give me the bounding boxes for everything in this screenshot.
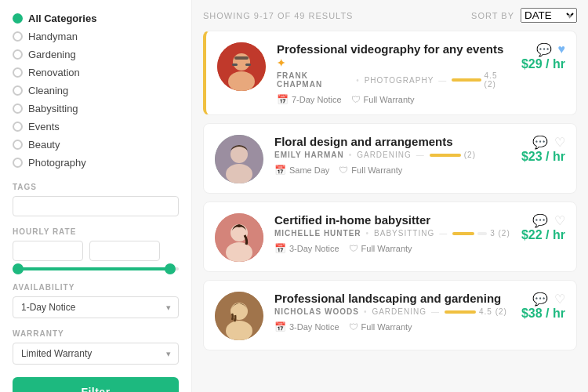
svg-point-2 [228, 71, 255, 91]
sidebar-item-photography[interactable]: Photography [13, 154, 179, 172]
radio-dot-renovation [13, 67, 23, 78]
card-title-emily: Floral design and arrangements [274, 135, 510, 148]
heart-icon-emily[interactable]: ♡ [554, 135, 565, 150]
heart-icon-michelle[interactable]: ♡ [554, 213, 565, 228]
range-fill [13, 267, 170, 270]
filter-button[interactable]: Filter [13, 377, 179, 392]
card-category-frank: PHOTOGRAPHY [365, 76, 434, 85]
avatar-frank-svg [217, 42, 266, 91]
radio-dot-handyman [13, 31, 23, 42]
svg-point-11 [226, 242, 252, 262]
category-label-cleaning: Cleaning [28, 85, 68, 96]
range-thumb-right[interactable] [165, 263, 176, 274]
card-tags-nicholas: 📅 3-Day Notice 🛡 Full Warranty [274, 321, 510, 332]
sidebar-item-beauty[interactable]: Beauty [13, 136, 179, 154]
card-name-emily: EMILY HARMAN [274, 151, 344, 159]
tags-label: TAGS [13, 183, 179, 191]
sidebar-bottom: Filter [13, 377, 179, 392]
card-name-nicholas: NICHOLAS WOODS [274, 307, 359, 316]
category-label-babysitting: Babysitting [28, 103, 78, 114]
shield-icon-michelle: 🛡 [349, 243, 358, 254]
radio-dot-photography [13, 158, 23, 168]
top-bar: SHOWING 9-17 OF 49 RESULTS SORT BY DATE … [203, 8, 577, 23]
warranty-tag-michelle: 🛡 Full Warranty [349, 243, 412, 254]
rating-fill-emily [430, 154, 461, 157]
calendar-icon-frank: 📅 [277, 94, 289, 105]
card-price-frank: $29 / hr [521, 57, 565, 73]
availability-select-wrapper: 1-Day Notice Same Day 3-Day Notice 7-Day… [13, 296, 179, 318]
card-right-frank: 💬 ♥ $29 / hr [521, 42, 565, 73]
hourly-section: HOURLY RATE 21 38 [13, 227, 179, 272]
category-label-renovation: Renovation [28, 67, 80, 78]
avatar-emily-svg [215, 135, 263, 183]
sidebar-item-babysitting[interactable]: Babysitting [13, 100, 179, 118]
card-right-emily: 💬 ♡ $23 / hr [521, 135, 565, 165]
sort-bar: SORT BY DATE PRICE RATING [471, 8, 577, 23]
avatar-frank [217, 42, 266, 91]
message-icon-emily[interactable]: 💬 [532, 135, 548, 150]
sidebar-item-all-categories[interactable]: All Categories [13, 9, 179, 27]
avatar-nicholas [215, 292, 263, 340]
calendar-icon-michelle: 📅 [274, 243, 286, 254]
availability-label: AVAILABILITY [13, 283, 179, 292]
svg-rect-4 [232, 64, 238, 66]
card-right-michelle: 💬 ♡ $22 / hr [521, 213, 565, 244]
heart-icon-frank[interactable]: ♥ [558, 42, 566, 57]
card-price-emily: $23 / hr [521, 150, 565, 165]
notice-tag-michelle: 📅 3-Day Notice [274, 243, 339, 254]
sort-select-wrapper: DATE PRICE RATING [521, 8, 577, 23]
category-label-events: Events [28, 121, 60, 132]
notice-tag-nicholas: 📅 3-Day Notice [274, 321, 339, 332]
sort-label: SORT BY [471, 11, 514, 20]
rating-text-nicholas: 4.5 (2) [479, 307, 507, 316]
sidebar-item-gardening[interactable]: Gardening [13, 45, 179, 64]
message-icon-frank[interactable]: 💬 [536, 42, 552, 57]
shield-icon-emily: 🛡 [339, 165, 348, 176]
results-text: SHOWING 9-17 OF 49 RESULTS [203, 11, 353, 20]
notice-tag-emily: 📅 Same Day [274, 165, 329, 176]
shield-icon-nicholas: 🛡 [349, 321, 358, 332]
card-right-nicholas: 💬 ♡ $38 / hr [521, 292, 565, 322]
warranty-text-michelle: Full Warranty [361, 244, 412, 253]
notice-text-frank: 7-Day Notice [292, 95, 342, 104]
card-action-icons-nicholas: 💬 ♡ [532, 292, 565, 307]
card-category-michelle: BABYSITTING [374, 229, 434, 238]
category-list: All Categories Handyman Gardening Renova… [13, 9, 179, 172]
rating-bar-nicholas: 4.5 (2) [445, 307, 507, 316]
notice-tag-frank: 📅 7-Day Notice [277, 94, 342, 105]
avatar-michelle-svg [215, 213, 263, 262]
warranty-select[interactable]: Limited Warranty Full Warranty No Warran… [13, 343, 179, 365]
card-category-emily: GARDENING [357, 151, 412, 159]
card-nicholas: Professional landscaping and gardening N… [203, 280, 577, 350]
rating-bar-michelle: 3 (2) [452, 229, 510, 238]
hourly-min-input[interactable]: 21 [13, 241, 83, 261]
rating-fill-michelle [452, 232, 474, 235]
warranty-text-nicholas: Full Warranty [361, 322, 412, 332]
avatar-michelle [215, 213, 263, 262]
hourly-max-input[interactable]: 38 [89, 241, 160, 261]
range-thumb-left[interactable] [13, 263, 24, 274]
radio-dot-all [13, 13, 23, 24]
card-price-michelle: $22 / hr [521, 228, 565, 244]
rating-bar-emily: (2) [430, 151, 476, 159]
card-body-nicholas: Professional landscaping and gardening N… [274, 292, 510, 332]
svg-rect-5 [245, 64, 251, 66]
tags-input[interactable] [13, 196, 179, 216]
sidebar-item-renovation[interactable]: Renovation [13, 64, 179, 82]
sort-select[interactable]: DATE PRICE RATING [521, 8, 577, 23]
sidebar-item-handyman[interactable]: Handyman [13, 27, 179, 45]
svg-point-14 [226, 321, 252, 340]
availability-select[interactable]: 1-Day Notice Same Day 3-Day Notice 7-Day… [13, 296, 179, 318]
message-icon-nicholas[interactable]: 💬 [532, 292, 548, 307]
sidebar-item-events[interactable]: Events [13, 118, 179, 136]
range-track [13, 267, 179, 270]
warranty-tag-nicholas: 🛡 Full Warranty [349, 321, 412, 332]
heart-icon-nicholas[interactable]: ♡ [554, 292, 565, 307]
sidebar: All Categories Handyman Gardening Renova… [0, 0, 192, 392]
card-body-michelle: Certified in-home babysitter MICHELLE HU… [274, 213, 510, 254]
notice-text-emily: Same Day [289, 165, 329, 175]
sidebar-item-cleaning[interactable]: Cleaning [13, 82, 179, 100]
card-body-frank: Professional videography for any events … [277, 42, 510, 105]
message-icon-michelle[interactable]: 💬 [532, 213, 548, 228]
card-title-nicholas: Professional landscaping and gardening [274, 292, 510, 305]
